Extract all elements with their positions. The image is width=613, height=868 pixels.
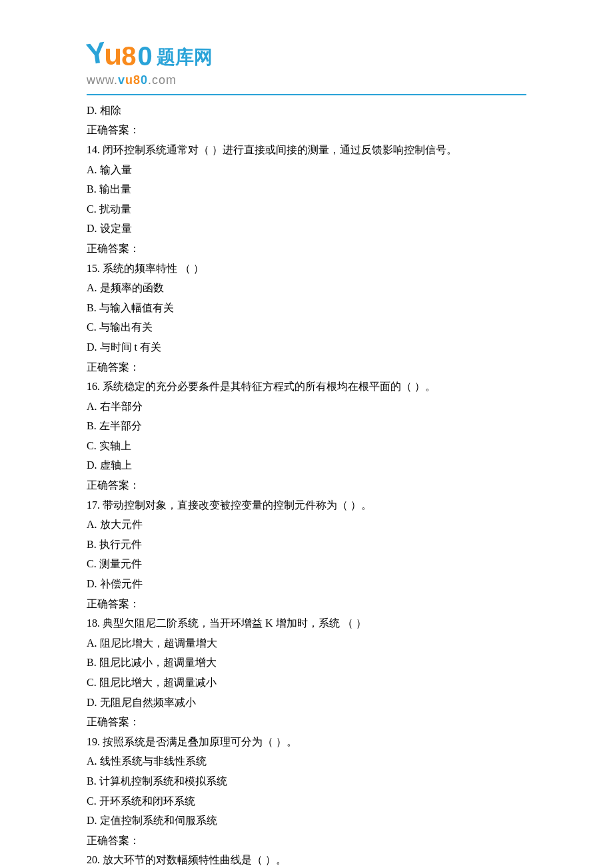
question-option: A. 输入量 (87, 160, 526, 180)
logo-url: www.vu80.com (87, 71, 526, 90)
url-prefix: www. (87, 73, 118, 87)
url-u: u (125, 73, 133, 87)
answer-label: 正确答案： (87, 475, 526, 495)
question-option: A. 放大元件 (87, 515, 526, 535)
question-stem: 17. 带动控制对象，直接改变被控变量的控制元件称为（ ）。 (87, 495, 526, 515)
site-logo: Yu 8 0 题库网 www.vu80.com (87, 40, 526, 90)
question-option: B. 输出量 (87, 179, 526, 199)
logo-brand-text: 题库网 (157, 48, 213, 67)
logo-yu-icon: Yu (87, 40, 120, 69)
question-option: C. 阻尼比增大，超调量减小 (87, 673, 526, 693)
answer-label: 正确答案： (87, 831, 526, 851)
logo-digit-8: 8 (121, 43, 136, 69)
question-option: A. 阻尼比增大，超调量增大 (87, 633, 526, 653)
question-option: B. 左半部分 (87, 416, 526, 436)
url-0: 0 (141, 73, 148, 87)
question-option: B. 与输入幅值有关 (87, 298, 526, 318)
question-option: C. 与输出有关 (87, 317, 526, 337)
question-option: A. 右半部分 (87, 397, 526, 417)
text-line: 正确答案： (87, 120, 526, 140)
answer-label: 正确答案： (87, 712, 526, 732)
question-option: D. 无阻尼自然频率减小 (87, 693, 526, 713)
url-suffix: .com (148, 73, 177, 87)
header-divider (87, 94, 526, 95)
url-8: 8 (133, 73, 141, 87)
logo-graphic: Yu 8 0 题库网 (87, 40, 526, 69)
question-stem: 19. 按照系统是否满足叠加原理可分为（ ）。 (87, 732, 526, 752)
question-option: C. 开环系统和闭环系统 (87, 791, 526, 811)
answer-label: 正确答案： (87, 357, 526, 377)
question-option: A. 线性系统与非线性系统 (87, 751, 526, 771)
question-stem: 18. 典型欠阻尼二阶系统，当开环增益 K 增加时，系统 （ ） (87, 613, 526, 633)
question-option: A. 是频率的函数 (87, 278, 526, 298)
question-option: D. 定值控制系统和伺服系统 (87, 811, 526, 831)
question-option: B. 执行元件 (87, 535, 526, 555)
question-option: C. 扰动量 (87, 199, 526, 219)
question-stem: 16. 系统稳定的充分必要条件是其特征方程式的所有根均在根平面的（ ）。 (87, 377, 526, 397)
question-stem: 15. 系统的频率特性 （ ） (87, 259, 526, 279)
question-option: D. 虚轴上 (87, 455, 526, 475)
question-option: B. 阻尼比减小，超调量增大 (87, 653, 526, 673)
text-line: D. 相除 (87, 101, 526, 121)
answer-label: 正确答案： (87, 594, 526, 614)
question-option: D. 设定量 (87, 219, 526, 239)
logo-digit-0: 0 (138, 43, 153, 69)
document-content: D. 相除正确答案：14. 闭环控制系统通常对（ ）进行直接或间接的测量，通过反… (87, 101, 526, 868)
answer-label: 正确答案： (87, 239, 526, 259)
question-option: C. 实轴上 (87, 436, 526, 456)
question-option: B. 计算机控制系统和模拟系统 (87, 771, 526, 791)
question-stem: 20. 放大环节的对数幅频特性曲线是（ ）。 (87, 850, 526, 868)
question-option: D. 补偿元件 (87, 574, 526, 594)
question-option: C. 测量元件 (87, 554, 526, 574)
question-option: D. 与时间 t 有关 (87, 337, 526, 357)
url-v: v (118, 73, 125, 87)
question-stem: 14. 闭环控制系统通常对（ ）进行直接或间接的测量，通过反馈影响控制信号。 (87, 140, 526, 160)
